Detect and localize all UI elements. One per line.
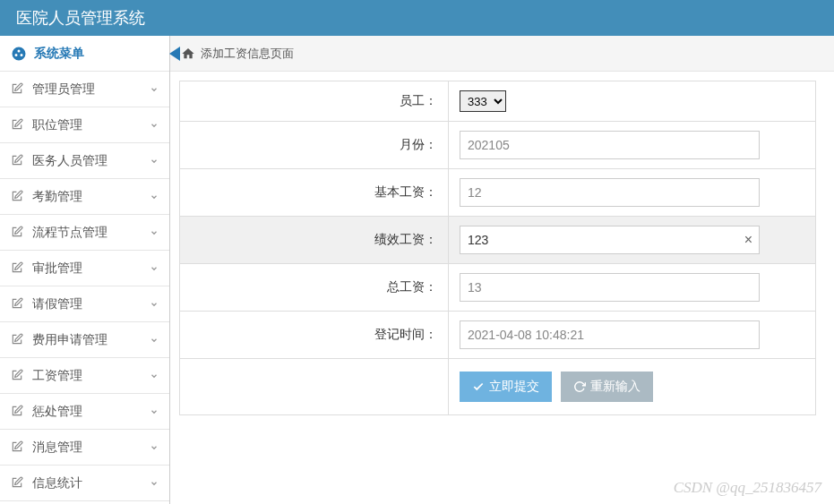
reset-button[interactable]: 重新输入 [561, 372, 653, 402]
reset-label: 重新输入 [590, 379, 641, 395]
sidebar-item-penalty[interactable]: 惩处管理 [0, 394, 169, 430]
sidebar-item-label: 考勤管理 [32, 189, 82, 205]
reg-time-input[interactable] [460, 320, 760, 349]
chevron-down-icon [150, 85, 159, 94]
edit-icon [11, 369, 25, 383]
dashboard-icon [11, 46, 27, 62]
sidebar-item-label: 管理员管理 [32, 81, 95, 98]
chevron-down-icon [150, 479, 159, 488]
sidebar-item-label: 费用申请管理 [32, 332, 107, 348]
sidebar-item-admin[interactable]: 管理员管理 [0, 72, 169, 107]
sidebar-item-salary[interactable]: 工资管理 [0, 358, 169, 394]
month-label: 月份： [180, 122, 449, 169]
edit-icon [11, 226, 25, 240]
perf-salary-input[interactable] [460, 226, 760, 254]
sidebar-menu-header: 系统菜单 [0, 36, 169, 72]
edit-icon [11, 333, 25, 347]
chevron-down-icon [150, 443, 159, 452]
main-content: 添加工资信息页面 员工： 333 月份： 基本工资： [170, 36, 834, 504]
perf-salary-label: 绩效工资： [180, 217, 449, 264]
chevron-down-icon [150, 372, 159, 380]
chevron-down-icon [150, 264, 159, 273]
edit-icon [11, 476, 25, 491]
menu-arrow-icon [169, 47, 180, 61]
sidebar: 系统菜单 管理员管理 职位管理 医务人员管理 考勤管理 流程节点管理 审批管理 … [0, 36, 170, 504]
chevron-down-icon [150, 300, 159, 309]
base-salary-input[interactable] [460, 178, 760, 207]
edit-icon [11, 405, 25, 419]
sidebar-item-label: 信息统计 [32, 475, 82, 491]
chevron-down-icon [150, 157, 159, 166]
chevron-down-icon [150, 336, 159, 345]
edit-icon [11, 82, 25, 97]
sidebar-item-expense[interactable]: 费用申请管理 [0, 322, 169, 358]
sidebar-item-approval[interactable]: 审批管理 [0, 251, 169, 286]
sidebar-item-label: 医务人员管理 [32, 153, 107, 169]
total-salary-input[interactable] [460, 273, 760, 302]
sidebar-item-message[interactable]: 消息管理 [0, 430, 169, 466]
chevron-down-icon [150, 407, 159, 416]
clear-icon[interactable]: × [744, 232, 752, 248]
reg-time-label: 登记时间： [180, 312, 449, 359]
employee-label: 员工： [180, 81, 449, 122]
chevron-down-icon [150, 228, 159, 237]
edit-icon [11, 440, 25, 455]
sidebar-item-stats[interactable]: 信息统计 [0, 466, 169, 501]
sidebar-item-attendance[interactable]: 考勤管理 [0, 179, 169, 215]
sidebar-item-label: 工资管理 [32, 368, 82, 384]
sidebar-item-leave[interactable]: 请假管理 [0, 286, 169, 322]
edit-icon [11, 118, 25, 132]
app-header: 医院人员管理系统 [0, 0, 834, 36]
month-input[interactable] [460, 131, 760, 159]
submit-button[interactable]: 立即提交 [460, 372, 552, 402]
sidebar-menu-title: 系统菜单 [34, 46, 84, 62]
watermark: CSDN @qq_251836457 [674, 479, 821, 497]
sidebar-item-label: 请假管理 [32, 296, 82, 312]
total-salary-label: 总工资： [180, 264, 449, 312]
employee-select[interactable]: 333 [460, 90, 506, 112]
sidebar-item-label: 审批管理 [32, 261, 82, 277]
sidebar-item-process[interactable]: 流程节点管理 [0, 215, 169, 251]
sidebar-item-position[interactable]: 职位管理 [0, 107, 169, 143]
sidebar-item-label: 职位管理 [32, 117, 82, 133]
sidebar-item-label: 惩处管理 [32, 404, 82, 420]
sidebar-item-medical[interactable]: 医务人员管理 [0, 143, 169, 179]
breadcrumb: 添加工资信息页面 [170, 36, 834, 72]
refresh-icon [573, 380, 586, 393]
check-icon [472, 380, 485, 393]
edit-icon [11, 190, 25, 204]
chevron-down-icon [150, 121, 159, 130]
edit-icon [11, 297, 25, 312]
app-title: 医院人员管理系统 [16, 7, 145, 29]
edit-icon [11, 261, 25, 276]
submit-label: 立即提交 [489, 379, 539, 395]
sidebar-item-label: 消息管理 [32, 440, 82, 456]
sidebar-item-label: 流程节点管理 [32, 225, 107, 241]
salary-form: 员工： 333 月份： 基本工资： 绩效工资： [179, 81, 816, 415]
home-icon [181, 47, 195, 61]
base-salary-label: 基本工资： [180, 169, 449, 217]
edit-icon [11, 154, 25, 168]
breadcrumb-title: 添加工资信息页面 [201, 46, 294, 62]
chevron-down-icon [150, 192, 159, 201]
